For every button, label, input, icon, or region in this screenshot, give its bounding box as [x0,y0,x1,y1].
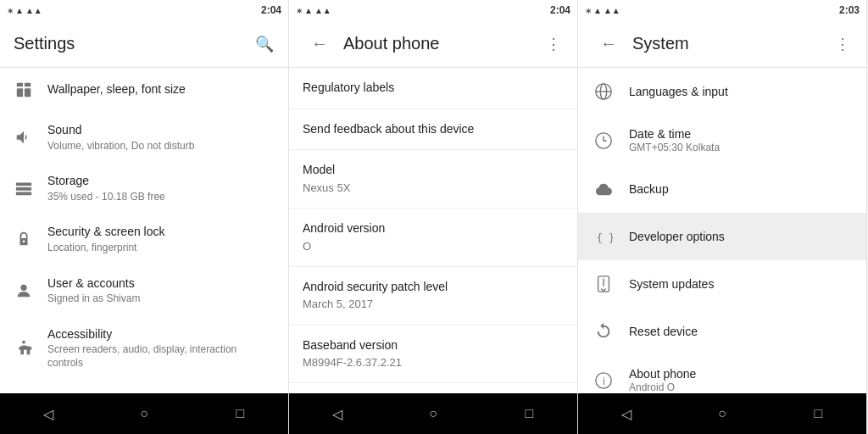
settings-storage-subtitle: 35% used - 10.18 GB free [47,191,275,204]
svg-rect-1 [25,83,31,87]
system-nav-home[interactable]: ○ [709,400,736,427]
about-item-model[interactable]: Model Nexus 5X [289,150,577,209]
globe-icon [592,80,615,103]
about-android-version-title: Android version [303,220,564,237]
developer-icon: { } [592,225,615,248]
system-backup-title: Backup [629,182,669,196]
settings-item-wallpaper[interactable]: Wallpaper, sleep, font size [0,68,288,112]
system-signal-icon: ▲▲ [604,6,620,15]
settings-time: 2:04 [261,4,281,16]
system-item-developer[interactable]: { } Developer options [578,213,866,260]
about-status-bar: ∗ ▲ ▲▲ 2:04 [289,0,577,20]
system-item-updates[interactable]: System updates [578,260,866,308]
about-back-button[interactable]: ← [309,34,330,54]
svg-rect-0 [17,83,23,87]
settings-sound-text: Sound Volume, vibration, Do not disturb [47,122,275,153]
about-nav-back[interactable]: ◁ [324,400,351,427]
settings-item-accessibility[interactable]: Accessibility Screen readers, audio, dis… [0,316,288,381]
system-bluetooth-icon: ∗ [585,6,592,15]
about-status-left-icons: ∗ ▲ ▲▲ [296,6,331,15]
about-item-feedback[interactable]: Send feedback about this device [289,109,577,151]
system-about-title: About phone [629,367,696,381]
system-nav-bar: ◁ ○ □ [578,393,866,434]
settings-status-bar: ∗ ▲ ▲▲ 2:04 [0,0,288,20]
system-datetime-subtitle: GMT+05:30 Kolkata [629,142,720,153]
system-more-button[interactable]: ⋮ [832,34,853,54]
system-item-backup[interactable]: Backup [578,165,866,213]
system-time: 2:03 [839,4,860,16]
system-list: Languages & input Date & time GMT+05:30 … [578,68,866,393]
system-updates-text: System updates [629,277,714,291]
about-model-value: Nexus 5X [303,181,564,196]
system-item-datetime[interactable]: Date & time GMT+05:30 Kolkata [578,115,866,165]
system-nav-back[interactable]: ◁ [613,400,640,427]
about-item-regulatory[interactable]: Regulatory labels [289,68,577,109]
settings-security-subtitle: Location, fingerprint [47,242,275,255]
settings-panel: ∗ ▲ ▲▲ 2:04 Settings 🔍 Wallpaper, sleep,… [0,0,289,434]
system-item-about[interactable]: i About phone Android O [578,355,866,393]
about-header: ← About phone ⋮ [289,20,577,68]
about-nav-home[interactable]: ○ [420,400,447,427]
signal-icon: ▲▲ [25,6,42,15]
about-baseband-value: M8994F-2.6.37.2.21 [303,355,564,370]
settings-item-security[interactable]: Security & screen lock Location, fingerp… [0,214,288,264]
system-about-text: About phone Android O [629,367,696,393]
svg-rect-7 [16,192,31,196]
wifi-icon: ▲ [15,6,24,15]
settings-search-button[interactable]: 🔍 [254,34,275,54]
system-datetime-text: Date & time GMT+05:30 Kolkata [629,127,720,153]
settings-storage-title: Storage [47,173,275,190]
about-security-patch-value: March 5, 2017 [303,297,564,312]
about-item-android-version[interactable]: Android version O [289,209,577,267]
settings-list: Wallpaper, sleep, font size Sound Volume… [0,68,288,393]
about-nav-recent[interactable]: □ [515,400,542,427]
settings-nav-home[interactable]: ○ [131,400,158,427]
settings-security-title: Security & screen lock [47,224,275,241]
system-item-reset[interactable]: Reset device [578,308,866,355]
svg-text:{ }: { } [597,231,613,243]
settings-item-system[interactable]: System Languages, backup, updates, about… [0,381,288,393]
about-time: 2:04 [550,4,570,16]
phone-update-icon [592,272,615,296]
settings-item-sound[interactable]: Sound Volume, vibration, Do not disturb [0,112,288,163]
about-phone-icon: i [592,369,615,392]
reset-icon [592,320,615,343]
storage-icon [14,178,34,198]
about-nav-bar: ◁ ○ □ [289,393,577,434]
system-wifi-icon: ▲ [593,6,602,15]
about-more-button[interactable]: ⋮ [543,34,564,54]
system-item-languages[interactable]: Languages & input [578,68,866,115]
system-developer-text: Developer options [629,230,725,243]
settings-nav-recent[interactable]: □ [226,400,253,427]
settings-item-storage[interactable]: Storage 35% used - 10.18 GB free [0,163,288,214]
svg-text:i: i [603,375,605,387]
settings-title: Settings [14,34,248,53]
settings-item-users[interactable]: User & accounts Signed in as Shivam [0,265,288,316]
settings-storage-text: Storage 35% used - 10.18 GB free [47,173,275,203]
about-item-kernel[interactable]: Kernel version 3.10.73-g948c662android-b… [289,383,577,393]
about-item-baseband[interactable]: Baseband version M8994F-2.6.37.2.21 [289,326,577,384]
system-nav-recent[interactable]: □ [804,400,832,427]
about-wifi-icon: ▲ [304,6,313,15]
search-icon: 🔍 [255,35,274,53]
settings-header: Settings 🔍 [0,20,288,68]
svg-point-11 [22,340,25,343]
settings-nav-back[interactable]: ◁ [35,400,62,427]
settings-security-text: Security & screen lock Location, fingerp… [47,224,275,254]
system-panel: ∗ ▲ ▲▲ 2:03 ← System ⋮ Languages & input [578,0,867,434]
svg-rect-6 [16,187,31,191]
system-reset-title: Reset device [629,325,698,338]
security-icon [14,229,34,249]
settings-users-text: User & accounts Signed in as Shivam [47,275,275,306]
users-icon [14,281,34,301]
svg-point-10 [20,284,26,290]
system-back-button[interactable]: ← [598,34,619,54]
about-android-version-value: O [303,239,564,254]
wallpaper-icon [14,80,34,100]
about-regulatory-title: Regulatory labels [303,80,564,97]
system-about-subtitle: Android O [629,381,696,393]
settings-sound-title: Sound [47,122,275,139]
clock-icon [592,129,615,153]
about-item-security-patch[interactable]: Android security patch level March 5, 20… [289,267,577,326]
about-security-patch-title: Android security patch level [303,279,564,296]
